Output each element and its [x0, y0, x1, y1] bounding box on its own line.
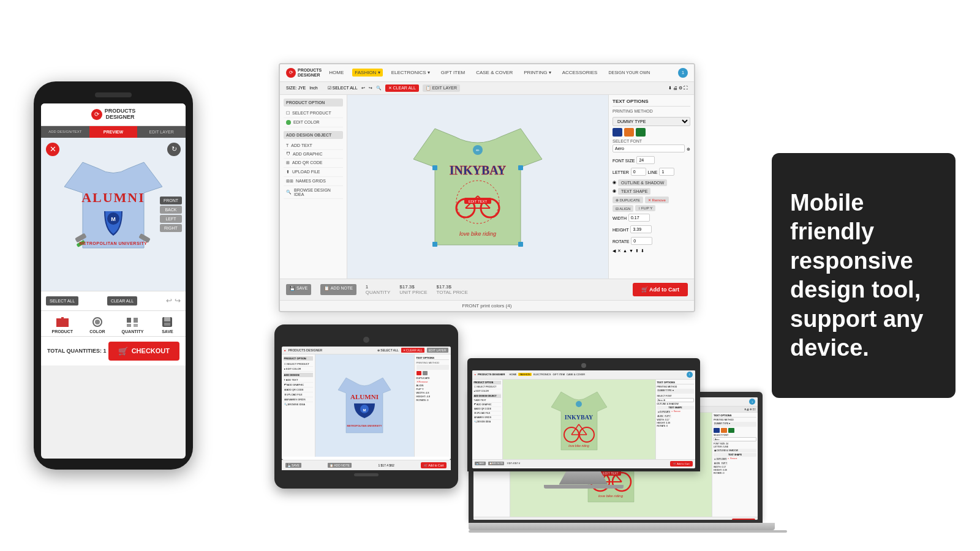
add-qr-item[interactable]: ⊞ ADD QR CODE [284, 159, 343, 168]
edit-color-item[interactable]: EDIT COLOR [284, 118, 343, 127]
svg-rect-28 [432, 165, 437, 170]
letter-input[interactable] [631, 168, 646, 176]
ds-logo-icon: ⟳ [286, 68, 296, 78]
laptop-base [469, 523, 775, 530]
width-input[interactable] [628, 214, 650, 222]
text-options-title: TEXT OPTIONS [612, 99, 690, 107]
top-arrow[interactable]: ⬆ [635, 249, 639, 253]
names-grids-item[interactable]: ⊞⊞ NAMES GRIDS [284, 177, 343, 186]
add-to-cart-button[interactable]: 🛒 Add to Cart [633, 283, 688, 296]
view-back[interactable]: BACK [160, 206, 182, 214]
view-right[interactable]: RIGHT [160, 224, 182, 232]
nav-electronics[interactable]: ELECTRONICS ▾ [389, 69, 432, 77]
outline-shadow-button[interactable]: OUTLINE & SHADOW [618, 179, 667, 186]
tablet-cart-button[interactable]: 🛒 Add to Cart [421, 462, 447, 468]
monitor-cart-button[interactable]: 🛒 Add to Cart [670, 461, 692, 467]
select-product-item[interactable]: ☐ SELECT PRODUCT [284, 109, 343, 118]
clear-button[interactable]: CLEAR ALL [107, 296, 137, 305]
quantity-display: 1 QUANTITY [366, 284, 390, 295]
nav-accessories[interactable]: ACCESSORIES [560, 69, 600, 77]
select-all-toolbar[interactable]: ☑ SELECT ALL [328, 86, 358, 91]
down-arrow[interactable]: ▼ [629, 249, 633, 253]
ds-cart-icon[interactable]: 1 [678, 68, 688, 78]
nav-preview[interactable]: PREVIEW [89, 126, 138, 138]
laptop-cart-button[interactable]: 🛒 Add to Cart [732, 519, 755, 520]
clear-all-button[interactable]: ✕ CLEAR ALL [385, 84, 419, 92]
printing-method-select[interactable]: DUMMY TYPE [612, 117, 690, 126]
save-button[interactable]: 💾 SAVE [286, 284, 311, 295]
remove-button[interactable]: ✕ [46, 143, 59, 156]
add-graphic-item[interactable]: ⛉ ADD GRAPHIC [284, 150, 343, 159]
line-input[interactable] [659, 168, 674, 176]
color-label: COLOR [89, 329, 105, 334]
rotate-label: ROTATE [612, 239, 629, 244]
font-input[interactable] [612, 144, 685, 152]
phone-checkout-bar: TOTAL QUANTITIES: 1 🛒 CHECKOUT [41, 336, 186, 365]
nav-fashion[interactable]: FASHION ▾ [352, 69, 382, 77]
undo-redo-controls: ↩ ↪ [166, 296, 181, 305]
save-icon-item[interactable]: SAVE [160, 316, 175, 334]
redo-toolbar[interactable]: ↪ [369, 86, 372, 91]
product-icon-item[interactable]: PRODUCT [52, 316, 74, 334]
upload-file-item[interactable]: ⬆ UPLOAD FILE [284, 168, 343, 177]
color-icon-item[interactable]: COLOR [89, 316, 105, 334]
remove-button[interactable]: ✕ Remove [645, 197, 669, 203]
bottom-arrow[interactable]: ⬇ [641, 249, 644, 253]
add-text-item[interactable]: T ADD TEXT [284, 141, 343, 150]
text-shape-button[interactable]: TEXT SHAPE [618, 188, 650, 195]
nav-add-design[interactable]: ADD DES/GN/TEXT [41, 126, 89, 138]
nav-gift[interactable]: GIFT ITEM [439, 69, 467, 77]
align-button[interactable]: ⊟ ALIGN [612, 205, 633, 212]
svg-text:love bike riding: love bike riding [598, 494, 624, 498]
up-arrow[interactable]: ▲ [623, 249, 627, 253]
add-note-button[interactable]: 📋 ADD NOTE [320, 284, 356, 295]
rotate-input[interactable] [631, 237, 652, 245]
swatch-blue[interactable] [612, 128, 622, 137]
monitor-navbar: ● PRODUCTS DESIGNER HOME FASHION ELECTRO… [472, 370, 695, 380]
nav-printing[interactable]: PRINTING ▾ [521, 69, 553, 77]
phone-nav: ADD DES/GN/TEXT PREVIEW EDIT LAYER [41, 126, 186, 138]
monitor-laptop-area: ● PRODUCTS DESIGNER HOME FASHION ELECTRO… [467, 358, 700, 489]
font-add-icon[interactable]: ⊕ [687, 147, 690, 152]
svg-text:love bike riding: love bike riding [459, 231, 496, 237]
swatch-green[interactable] [636, 128, 646, 137]
tablet-canvas: ALUMNI M METROPOLITAN UNIVERSITY [315, 354, 414, 457]
ds-tshirt-svg: ✏ INKYBAY EDIT TEXT love bike riding [410, 113, 545, 260]
add-design-header: ADD DESIGN OBJECT [284, 131, 343, 139]
save-label: SAVE [162, 329, 173, 334]
graphic-icon: ⛉ [286, 152, 290, 156]
quantity-icon-item[interactable]: QUANTITY [122, 316, 144, 334]
ds-navbar: ⟳ PRODUCTSDESIGNER HOME FASHION ▾ ELECTR… [280, 64, 694, 82]
monitor-canvas: INKYBAY love bike riding [503, 380, 655, 459]
undo-toolbar[interactable]: ↩ [361, 86, 365, 91]
color-icon [90, 316, 105, 328]
redo-button[interactable]: ↪ [175, 296, 181, 305]
phone-speaker [95, 92, 132, 97]
checkout-button[interactable]: 🛒 CHECKOUT [108, 342, 179, 361]
svg-text:INKYBAY: INKYBAY [564, 414, 593, 421]
right-arrow[interactable]: ✕ [617, 249, 621, 253]
edit-layer-button[interactable]: 📋 EDIT LAYER [423, 84, 460, 92]
height-input[interactable] [630, 225, 652, 233]
nav-case[interactable]: CASE & COVER [473, 69, 515, 77]
duplicate-button[interactable]: ⊕ DUPLICATE [612, 197, 643, 203]
cart-icon: 🛒 [118, 347, 128, 356]
font-size-input[interactable] [636, 156, 655, 164]
swatch-orange[interactable] [624, 128, 634, 137]
browse-design-item[interactable]: 🔍 BROWSE DESIGN IDEA [284, 186, 343, 199]
ds-logo: ⟳ PRODUCTSDESIGNER [286, 68, 322, 78]
nav-home[interactable]: HOME [326, 69, 346, 77]
left-arrow[interactable]: ◀ [612, 249, 616, 253]
height-row: HEIGHT [612, 225, 690, 235]
ds-logo-text: PRODUCTSDESIGNER [298, 68, 322, 77]
nav-design[interactable]: DESIGN YOUR OWN [606, 69, 652, 76]
select-all-button[interactable]: SELECT ALL [46, 296, 78, 305]
view-front[interactable]: FRONT [160, 197, 182, 204]
phone-view-buttons: FRONT BACK LEFT RIGHT [160, 197, 182, 232]
rotate-button[interactable]: ↻ [167, 143, 181, 156]
view-left[interactable]: LEFT [160, 215, 182, 223]
zoom-toolbar[interactable]: 🔍 [376, 86, 382, 91]
undo-button[interactable]: ↩ [166, 296, 172, 305]
flip-button[interactable]: ↕ FLIP Y [635, 205, 655, 211]
nav-edit-layer[interactable]: EDIT LAYER [137, 126, 186, 138]
